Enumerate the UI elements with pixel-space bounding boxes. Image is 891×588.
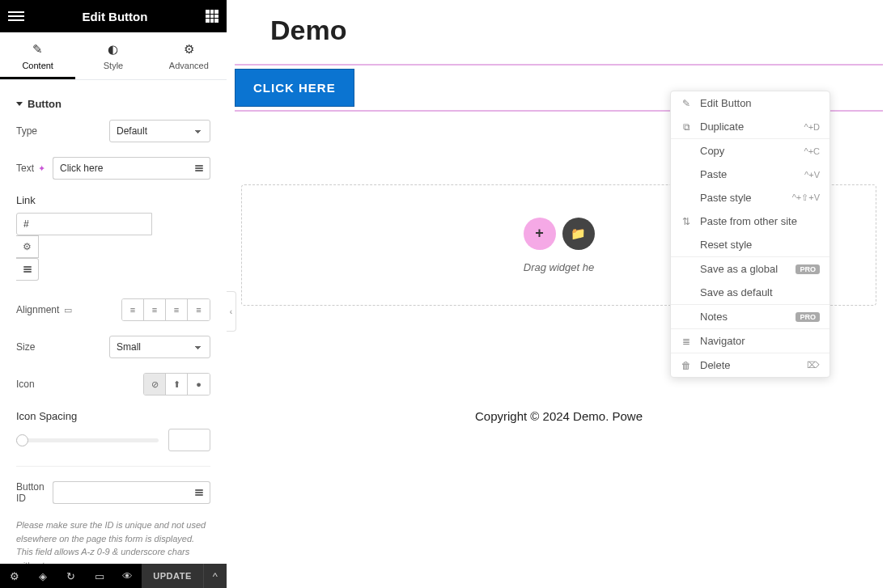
panel-title: Edit Button [83, 10, 148, 23]
panel-header: Edit Button [0, 0, 227, 32]
ctx-notes[interactable]: NotesPRO [671, 305, 829, 328]
responsive-button[interactable]: ▭ [85, 564, 113, 588]
ctx-paste-style-shortcut: ^+⇧+V [792, 192, 820, 203]
ctx-delete-label: Delete [700, 359, 799, 371]
align-right-button[interactable]: ≡ [166, 299, 188, 320]
context-menu: ✎Edit Button ⧉Duplicate^+D Copy^+C Paste… [670, 91, 830, 378]
ctx-notes-label: Notes [700, 311, 787, 323]
tab-style-label: Style [104, 61, 123, 70]
update-options-button[interactable]: ^ [203, 564, 227, 588]
ctx-copy[interactable]: Copy^+C [671, 139, 829, 163]
text-dynamic-button[interactable] [188, 157, 210, 180]
type-select[interactable]: Default [109, 120, 210, 142]
ctx-duplicate-shortcut: ^+D [804, 122, 820, 132]
layers-icon: ≣ [681, 336, 692, 347]
controls: Type Default Text✦ Link ⚙ Alignment▭ ≡ [0, 120, 227, 564]
tab-advanced[interactable]: ⚙Advanced [151, 32, 227, 79]
ctx-save-default[interactable]: Save as default [671, 281, 829, 304]
collapse-panel-button[interactable]: ‹ [227, 291, 236, 332]
ctx-reset-style[interactable]: Reset style [671, 233, 829, 256]
preview-button[interactable]: 👁 [113, 564, 142, 588]
tab-advanced-label: Advanced [169, 61, 209, 70]
structure-button[interactable]: ◈ [28, 564, 57, 588]
ctx-navigator-label: Navigator [700, 335, 820, 347]
editor-panel: Edit Button ✎Content ◐Style ⚙Advanced Bu… [0, 0, 227, 588]
panel-tabs: ✎Content ◐Style ⚙Advanced [0, 32, 227, 80]
ctx-paste-other[interactable]: ⇅Paste from other site [671, 209, 829, 233]
size-label: Size [16, 341, 109, 353]
widgets-grid-icon[interactable] [206, 10, 219, 23]
icon-group: ⊘ ⬆ ● [143, 373, 210, 396]
icon-upload-button[interactable]: ⬆ [166, 374, 188, 395]
tab-content-label: Content [22, 61, 53, 70]
copy-icon: ⧉ [681, 121, 692, 133]
icon-spacing-value[interactable] [168, 429, 210, 451]
link-input[interactable] [16, 213, 152, 235]
ctx-navigator[interactable]: ≣Navigator [671, 329, 829, 353]
ctx-paste[interactable]: Paste^+V [671, 163, 829, 186]
type-label: Type [16, 125, 109, 137]
ctx-save-default-label: Save as default [700, 286, 820, 298]
database-icon [195, 489, 203, 496]
align-justify-button[interactable]: ≡ [188, 299, 210, 320]
button-id-dynamic-button[interactable] [188, 481, 210, 504]
page-footer-text: Copyright © 2024 Demo. Powe [227, 409, 891, 423]
drop-text: Drag widget he [524, 261, 594, 273]
link-options-button[interactable]: ⚙ [16, 235, 39, 258]
tab-style[interactable]: ◐Style [75, 32, 151, 79]
ctx-duplicate-label: Duplicate [700, 121, 796, 133]
update-button[interactable]: UPDATE [142, 564, 202, 588]
button-id-hint: Please make sure the ID is unique and no… [16, 518, 210, 564]
ctx-paste-other-label: Paste from other site [700, 215, 820, 227]
ctx-save-global-label: Save as a global [700, 263, 787, 275]
responsive-icon[interactable]: ▭ [64, 305, 72, 315]
ctx-edit-button[interactable]: ✎Edit Button [671, 91, 829, 115]
pencil-icon: ✎ [681, 98, 692, 109]
icon-none-button[interactable]: ⊘ [144, 374, 166, 395]
pro-badge: PRO [796, 312, 820, 322]
alignment-group: ≡ ≡ ≡ ≡ [121, 298, 210, 321]
link-label: Link [16, 194, 210, 206]
tab-content[interactable]: ✎Content [0, 32, 75, 79]
ai-icon[interactable]: ✦ [38, 163, 45, 173]
ctx-duplicate[interactable]: ⧉Duplicate^+D [671, 115, 829, 138]
icon-label: Icon [16, 379, 109, 390]
history-button[interactable]: ↻ [57, 564, 85, 588]
section-button-toggle[interactable]: Button [0, 80, 227, 120]
ctx-copy-shortcut: ^+C [804, 146, 820, 156]
link-dynamic-button[interactable] [16, 258, 39, 281]
alignment-label: Alignment▭ [16, 304, 109, 315]
text-input[interactable] [53, 157, 188, 180]
settings-button[interactable]: ⚙ [0, 564, 28, 588]
pro-badge: PRO [796, 264, 820, 274]
align-center-button[interactable]: ≡ [144, 299, 166, 320]
icon-spacing-label: Icon Spacing [16, 410, 210, 422]
pencil-icon: ✎ [0, 42, 75, 57]
icon-spacing-slider[interactable] [16, 438, 159, 442]
size-select[interactable]: Small [109, 336, 210, 358]
panel-footer: ⚙ ◈ ↻ ▭ 👁 UPDATE ^ [0, 564, 227, 588]
icon-library-button[interactable]: ● [188, 374, 210, 395]
align-left-button[interactable]: ≡ [122, 299, 144, 320]
ctx-save-global[interactable]: Save as a globalPRO [671, 257, 829, 281]
click-here-button[interactable]: CLICK HERE [235, 69, 354, 107]
trash-icon: 🗑 [681, 360, 692, 371]
menu-icon[interactable] [8, 11, 24, 21]
button-id-label: Button ID [16, 481, 53, 504]
caret-down-icon [16, 102, 23, 106]
delete-key-icon: ⌦ [807, 360, 820, 370]
ctx-paste-style[interactable]: Paste style^+⇧+V [671, 186, 829, 209]
section-button-label: Button [28, 98, 62, 110]
ctx-delete[interactable]: 🗑Delete⌦ [671, 353, 829, 377]
template-library-button[interactable]: 📁 [562, 218, 595, 250]
text-label: Text✦ [16, 163, 53, 174]
button-id-input[interactable] [53, 481, 188, 504]
ctx-reset-label: Reset style [700, 239, 820, 251]
database-icon [23, 266, 32, 273]
ctx-copy-label: Copy [700, 145, 796, 157]
add-section-button[interactable]: + [524, 218, 556, 250]
slider-thumb[interactable] [16, 434, 28, 446]
gear-icon: ⚙ [151, 42, 227, 57]
ctx-paste-style-label: Paste style [700, 192, 784, 204]
database-icon [195, 165, 203, 171]
